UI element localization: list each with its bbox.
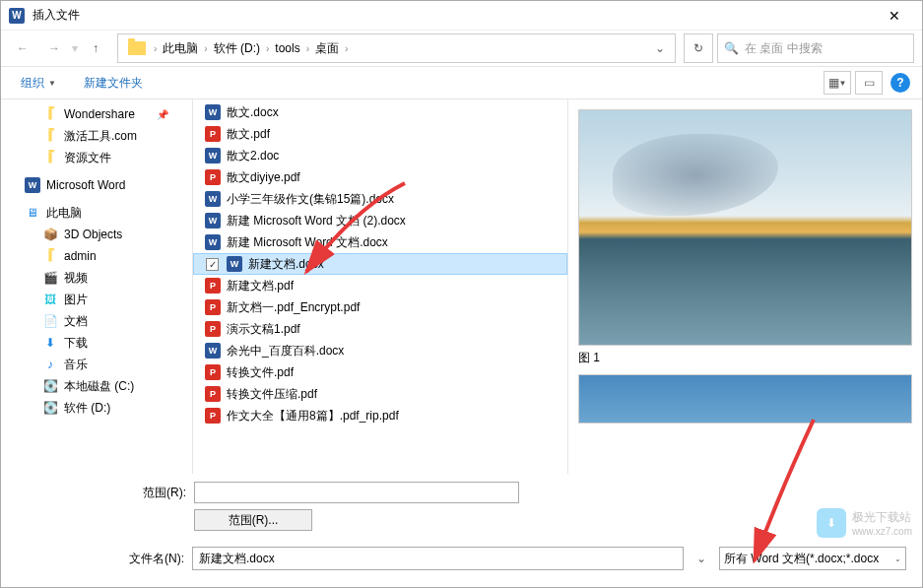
file-row-selected[interactable]: ✓W新建文档.docx xyxy=(193,253,567,275)
word-file-icon: W xyxy=(227,256,242,272)
preview-pane-button[interactable]: ▭ xyxy=(855,71,883,95)
preview-pane: 图 1 xyxy=(567,99,922,474)
sidebar-item-resources[interactable]: 资源文件 xyxy=(1,147,192,168)
sidebar-item-music[interactable]: ♪音乐 xyxy=(1,354,192,375)
sidebar-item-drive-d[interactable]: 💽软件 (D:) xyxy=(1,397,192,419)
pdf-file-icon: P xyxy=(205,126,221,142)
pdf-file-icon: P xyxy=(205,386,221,402)
filename-dropdown-icon[interactable]: ⌄ xyxy=(692,552,711,565)
file-row[interactable]: P散文diyiye.pdf xyxy=(193,166,567,188)
file-row[interactable]: P转换文件压缩.pdf xyxy=(193,383,567,405)
app-icon: W xyxy=(9,8,25,24)
pdf-file-icon: P xyxy=(205,321,221,337)
nav-separator: ▾ xyxy=(72,41,78,55)
pdf-file-icon: P xyxy=(205,299,221,315)
search-icon: 🔍 xyxy=(724,41,739,55)
word-file-icon: W xyxy=(205,148,221,163)
file-row[interactable]: W新建 Microsoft Word 文档.docx xyxy=(193,231,567,253)
new-folder-button[interactable]: 新建文件夹 xyxy=(76,71,151,96)
file-row[interactable]: P新建文档.pdf xyxy=(193,275,567,296)
sidebar-item-documents[interactable]: 📄文档 xyxy=(1,310,192,332)
help-button[interactable]: ? xyxy=(890,73,910,93)
address-bar[interactable]: › 此电脑 › 软件 (D:) › tools › 桌面 › ⌄ xyxy=(117,33,676,63)
sidebar-item-activate[interactable]: 激活工具.com xyxy=(1,125,192,147)
breadcrumb-drive[interactable]: 软件 (D:) xyxy=(210,38,264,59)
window-title: 插入文件 xyxy=(33,7,875,24)
sidebar-item-msword[interactable]: WMicrosoft Word xyxy=(1,174,192,196)
file-row[interactable]: P演示文稿1.pdf xyxy=(193,318,567,340)
sidebar: Wondershare📌 激活工具.com 资源文件 WMicrosoft Wo… xyxy=(1,99,193,474)
file-row[interactable]: W小学三年级作文(集锦15篇).docx xyxy=(193,188,567,210)
word-file-icon: W xyxy=(205,234,221,250)
breadcrumb-pc[interactable]: 此电脑 xyxy=(159,38,202,59)
pdf-file-icon: P xyxy=(205,169,221,185)
pdf-file-icon: P xyxy=(205,408,221,424)
back-arrow-icon: ← xyxy=(9,34,36,62)
file-list: W散文.docx P散文.pdf W散文2.doc P散文diyiye.pdf … xyxy=(193,99,567,474)
sidebar-item-wondershare[interactable]: Wondershare📌 xyxy=(1,103,192,125)
file-row[interactable]: P转换文件.pdf xyxy=(193,361,567,383)
search-input[interactable]: 🔍 在 桌面 中搜索 xyxy=(717,33,914,63)
chevron-right-icon: › xyxy=(154,43,157,54)
checkbox-icon[interactable]: ✓ xyxy=(206,258,219,271)
close-button[interactable]: ✕ xyxy=(875,1,914,31)
word-file-icon: W xyxy=(205,213,221,229)
sidebar-item-admin[interactable]: admin xyxy=(1,245,192,267)
sidebar-item-3dobjects[interactable]: 📦3D Objects xyxy=(1,224,192,245)
range-button[interactable]: 范围(R)... xyxy=(194,509,312,531)
file-row[interactable]: W余光中_百度百科.docx xyxy=(193,340,567,361)
chevron-right-icon: › xyxy=(345,43,348,54)
breadcrumb-desktop[interactable]: 桌面 xyxy=(311,38,343,59)
range-input[interactable] xyxy=(194,482,519,503)
file-filter-select[interactable]: 所有 Word 文档(*.docx;*.docx ⌄ xyxy=(719,547,906,570)
pdf-file-icon: P xyxy=(205,364,221,380)
filename-input[interactable] xyxy=(192,547,684,570)
view-icons-button[interactable]: ▦ ▼ xyxy=(824,71,851,95)
chevron-right-icon: › xyxy=(204,43,207,54)
word-file-icon: W xyxy=(205,104,221,120)
sidebar-item-videos[interactable]: 🎬视频 xyxy=(1,267,192,289)
word-file-icon: W xyxy=(205,343,221,359)
word-file-icon: W xyxy=(205,191,221,207)
preview-label-1: 图 1 xyxy=(578,350,912,366)
search-placeholder: 在 桌面 中搜索 xyxy=(745,40,823,57)
forward-arrow-icon: → xyxy=(40,34,68,62)
chevron-down-icon: ⌄ xyxy=(894,555,901,563)
range-label: 范围(R): xyxy=(17,485,194,501)
preview-image-1 xyxy=(578,109,912,346)
preview-image-2 xyxy=(578,374,912,424)
file-row[interactable]: P新文档一.pdf_Encrypt.pdf xyxy=(193,296,567,318)
sidebar-item-downloads[interactable]: ⬇下载 xyxy=(1,332,192,354)
chevron-down-icon: ▼ xyxy=(48,79,56,88)
breadcrumb-tools[interactable]: tools xyxy=(271,39,303,57)
sidebar-item-pictures[interactable]: 🖼图片 xyxy=(1,289,192,310)
chevron-right-icon: › xyxy=(266,43,269,54)
file-row[interactable]: P作文大全【通用8篇】.pdf_rip.pdf xyxy=(193,405,567,426)
file-row[interactable]: W散文.docx xyxy=(193,101,567,123)
chevron-right-icon: › xyxy=(306,43,309,54)
up-arrow-icon[interactable]: ↑ xyxy=(82,34,109,62)
organize-button[interactable]: 组织 ▼ xyxy=(13,71,64,96)
filename-label: 文件名(N): xyxy=(17,551,184,567)
folder-icon xyxy=(128,41,146,55)
sidebar-item-thispc[interactable]: 🖥此电脑 xyxy=(1,202,192,224)
file-row[interactable]: P散文.pdf xyxy=(193,123,567,145)
sidebar-item-localdisk-c[interactable]: 💽本地磁盘 (C:) xyxy=(1,375,192,397)
pin-icon: 📌 xyxy=(157,109,168,120)
file-row[interactable]: W新建 Microsoft Word 文档 (2).docx xyxy=(193,210,567,231)
refresh-button[interactable]: ↻ xyxy=(684,33,713,63)
pdf-file-icon: P xyxy=(205,278,221,294)
file-row[interactable]: W散文2.doc xyxy=(193,145,567,166)
address-dropdown-icon[interactable]: ⌄ xyxy=(649,41,671,55)
